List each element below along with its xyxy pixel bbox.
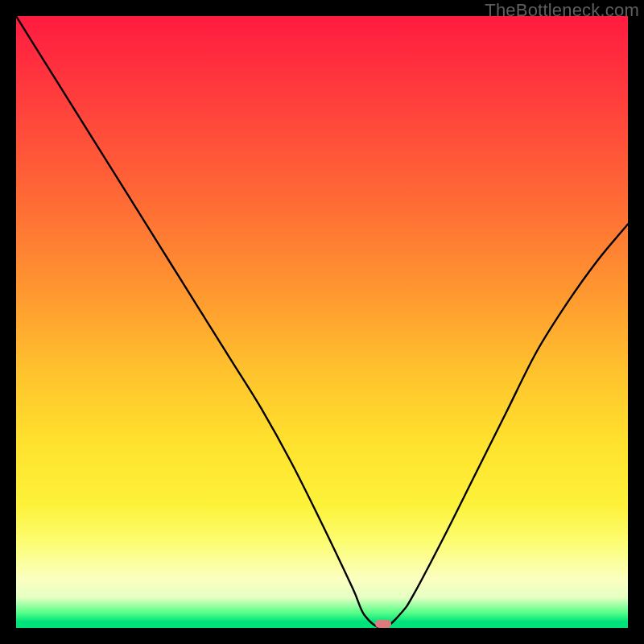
chart-stage: TheBottleneck.com — [0, 0, 644, 644]
plot-area — [16, 16, 628, 628]
watermark-text: TheBottleneck.com — [485, 0, 639, 21]
bottleneck-curve — [16, 16, 628, 628]
minimum-marker — [375, 620, 391, 628]
